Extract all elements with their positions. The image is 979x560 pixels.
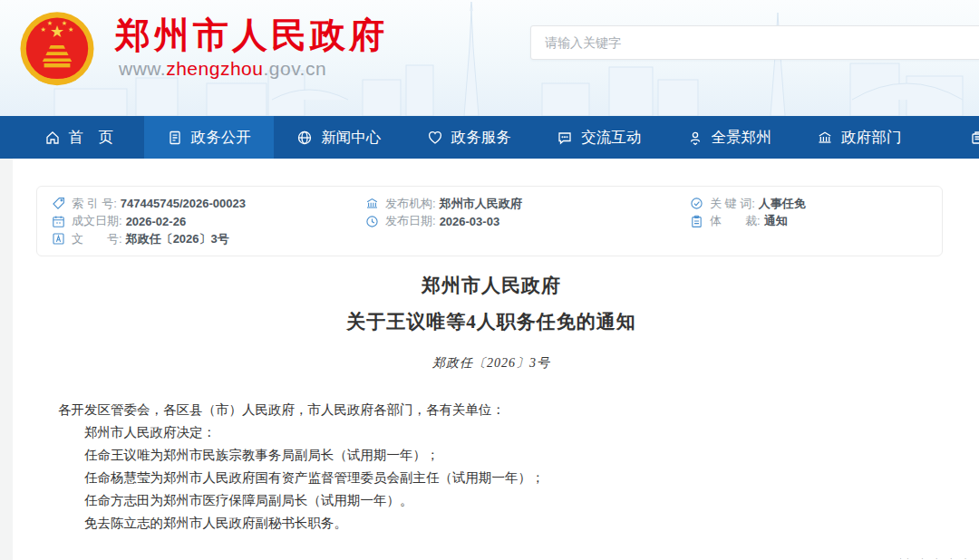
national-emblem-logo[interactable]: ★ ★ ★ ★ ★ <box>16 6 98 94</box>
body-paragraph: 任命王议唯为郑州市民族宗教事务局副局长（试用期一年）； <box>58 444 925 467</box>
globe-icon <box>296 130 313 146</box>
meta-value: 人事任免 <box>759 196 806 212</box>
calendar-icon <box>52 215 65 228</box>
document-title-line2: 关于王议唯等4人职务任免的通知 <box>58 313 925 332</box>
meta-label: 文 号: <box>72 231 122 247</box>
meta-row-publish-date: 发布日期: 2026-03-03 <box>365 213 522 231</box>
check-circle-icon <box>690 197 703 210</box>
bank-icon <box>365 197 379 210</box>
svg-text:★: ★ <box>47 19 53 27</box>
document-number: 郑政任〔2026〕3号 <box>58 355 925 372</box>
nav-item-home[interactable]: 首 页 <box>14 116 144 159</box>
cut-off-text-fragment: .. . . . . <box>900 555 972 560</box>
nav-item-news[interactable]: 新闻中心 <box>274 116 404 159</box>
site-url-suffix: .gov.cn <box>263 58 326 79</box>
svg-text:★: ★ <box>62 19 67 27</box>
body-paragraph: 任命杨慧莹为郑州市人民政府国有资产监督管理委员会副主任（试用期一年）； <box>58 467 925 489</box>
meta-row-issuing-agency: 发布机构: 郑州市人民政府 <box>365 195 522 213</box>
meta-value: 747445745/2026-00023 <box>121 197 246 210</box>
document-body: 各开发区管委会，各区县（市）人民政府，市人民政府各部门，各有关单位： 郑州市人民… <box>58 399 925 535</box>
svg-text:★: ★ <box>40 25 45 34</box>
nav-label: 政务公开 <box>191 128 251 148</box>
document-icon <box>167 130 183 146</box>
nav-label: 新闻中心 <box>321 128 381 148</box>
nav-label: 政务服务 <box>451 128 511 148</box>
svg-text:★: ★ <box>68 25 73 34</box>
document-metadata-card: 索 引 号: 747445745/2026-00023 成文日期: 2026-0… <box>36 186 943 256</box>
meta-value: 通知 <box>764 213 788 229</box>
page-left-gutter <box>0 159 13 560</box>
salutation-line: 各开发区管委会，各区县（市）人民政府，市人民政府各部门，各有关单位： <box>58 399 925 421</box>
site-header: ★ ★ ★ ★ ★ 郑州市人民政府 www.zhengzhou.gov.cn <box>0 0 979 116</box>
home-icon <box>44 130 61 146</box>
doc-number-icon <box>52 232 65 246</box>
meta-row-keywords: 关 键 词: 人事任免 <box>690 195 806 213</box>
meta-value: 2026-03-03 <box>440 215 500 228</box>
nav-label: 政府部门 <box>841 128 901 148</box>
site-url-prefix: www. <box>119 58 166 79</box>
tag-icon <box>52 197 65 210</box>
document-article: 郑州市人民政府 关于王议唯等4人职务任免的通知 郑政任〔2026〕3号 各开发区… <box>58 276 925 535</box>
meta-label: 体 裁: <box>710 213 761 229</box>
meta-label: 关 键 词: <box>710 196 755 212</box>
site-title[interactable]: 郑州市人民政府 <box>115 11 388 60</box>
nav-item-departments[interactable]: 政府部门 <box>794 116 925 159</box>
meta-row-doc-number: 文 号: 郑政任〔2026〕3号 <box>52 230 246 248</box>
nav-item-interaction[interactable]: 交流互动 <box>534 116 664 159</box>
heart-icon <box>427 130 443 146</box>
body-paragraph: 任命方志田为郑州市医疗保障局副局长（试用期一年）。 <box>58 489 925 512</box>
site-url: www.zhengzhou.gov.cn <box>119 58 326 80</box>
clipboard-icon <box>690 215 703 228</box>
nav-label: 全景郑州 <box>712 128 771 148</box>
meta-value: 2026-02-26 <box>126 215 187 228</box>
meta-label: 成文日期: <box>72 213 122 229</box>
papers-icon <box>970 130 979 146</box>
meta-label: 索 引 号: <box>72 196 117 212</box>
body-paragraph: 郑州市人民政府决定： <box>58 421 925 444</box>
clock-icon <box>365 215 379 228</box>
body-paragraph: 免去陈立志的郑州市人民政府副秘书长职务。 <box>58 512 925 535</box>
panorama-person-icon <box>687 130 703 146</box>
meta-row-index-number: 索 引 号: 747445745/2026-00023 <box>52 195 246 213</box>
main-nav: 首 页 政务公开 新闻中心 政务服务 交流互动 全景郑州 政府部门 专 <box>0 116 979 159</box>
meta-value: 郑政任〔2026〕3号 <box>126 231 229 247</box>
document-title-line1: 郑州市人民政府 <box>58 276 925 295</box>
nav-label: 交流互动 <box>581 128 641 148</box>
nav-item-special-columns[interactable]: 专 <box>925 116 979 159</box>
meta-row-genre: 体 裁: 通知 <box>690 213 806 231</box>
bank-icon <box>817 130 833 146</box>
nav-item-panorama[interactable]: 全景郑州 <box>664 116 795 159</box>
nav-item-services[interactable]: 政务服务 <box>404 116 535 159</box>
meta-label: 发布机构: <box>385 196 436 212</box>
nav-label: 首 页 <box>69 128 114 148</box>
chat-icon <box>557 130 573 146</box>
search-input[interactable] <box>530 25 979 60</box>
site-url-domain: zhengzhou <box>166 58 263 79</box>
nav-item-gov-info[interactable]: 政务公开 <box>144 116 275 159</box>
meta-label: 发布日期: <box>385 213 436 229</box>
meta-value: 郑州市人民政府 <box>440 196 522 212</box>
meta-row-written-date: 成文日期: 2026-02-26 <box>52 213 246 231</box>
